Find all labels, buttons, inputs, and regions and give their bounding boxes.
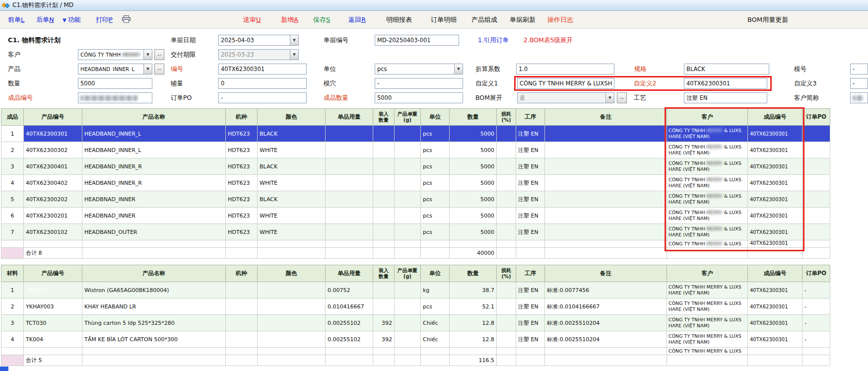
- deadline-value: 2025-03-23: [221, 51, 288, 58]
- fg-code-field[interactable]: [78, 92, 152, 103]
- qty-field[interactable]: 5000: [78, 78, 152, 89]
- doc-refresh-button[interactable]: 单据刷新: [510, 15, 535, 24]
- chevron-down-icon[interactable]: ▼: [454, 64, 463, 74]
- link-bom-expand-5[interactable]: 2.BOM表5级展开: [524, 35, 573, 46]
- spec-value: BLACK: [686, 66, 767, 73]
- label-doc-date: 单据日期: [171, 35, 196, 46]
- products-row-2[interactable]: 240TX62300302HEADBAND_INNER_LHDT623WHITE…: [1, 142, 830, 158]
- back-button[interactable]: 返回R: [348, 15, 366, 24]
- label-factor: 折算系数: [475, 64, 500, 74]
- deadline-field[interactable]: 2025-03-23 ▼: [218, 49, 299, 60]
- doc-date-value: 2025-04-03: [221, 37, 288, 44]
- doc-no-field[interactable]: MD-20250403-001: [375, 35, 459, 46]
- function-button[interactable]: ▼功能: [63, 15, 81, 24]
- link-ref-order[interactable]: 1.引用订单: [478, 35, 509, 46]
- doc-date-field[interactable]: 2025-04-03 ▼: [218, 35, 299, 46]
- app-icon: [2, 1, 10, 9]
- products-row-5[interactable]: 540TX62300202HEADBNAD_INNERHDT623BLACKpc…: [1, 191, 830, 208]
- products-row-4[interactable]: 440TX62300402HEADBAND_INNER_RHDT623WHITE…: [1, 175, 830, 191]
- column-header: 成品编号: [748, 265, 802, 282]
- label-custom1: 自定义1: [475, 78, 498, 89]
- aux-qty-value: 0: [221, 80, 304, 87]
- unit-select[interactable]: pcs ▼: [375, 64, 463, 74]
- column-header: 产品名称: [82, 109, 226, 126]
- products-row-6[interactable]: 640TX62300201HEADBNAD_INNERHDT623WHITEpc…: [1, 208, 830, 224]
- column-header: 数量: [450, 265, 497, 282]
- chevron-down-icon[interactable]: ▼: [605, 93, 614, 103]
- custom3-field[interactable]: -: [850, 78, 868, 89]
- calendar-dropdown-icon[interactable]: ▼: [290, 50, 298, 60]
- code-field[interactable]: 40TX62300301: [218, 64, 307, 74]
- custom2-field[interactable]: 40TX62300301: [684, 78, 767, 89]
- code-value: 40TX62300301: [221, 66, 304, 73]
- materials-table: 材料产品编号产品名称机种颜色单品用量装入 数量产品单重 (g)单位数量损耗 (%…: [1, 265, 830, 366]
- column-header: 产品单重 (g): [395, 265, 421, 282]
- products-clipped-row[interactable]: CÔNG TY TNHH MERRY & LUXS40TX62300301: [1, 240, 830, 248]
- redacted-text: MERRY: [706, 226, 723, 231]
- calendar-dropdown-icon[interactable]: ▼: [290, 35, 298, 45]
- custom1-field[interactable]: CÔNG TY TNHH MERRY & LUXSHA: [517, 78, 614, 89]
- add-button[interactable]: 新增A: [281, 15, 298, 24]
- customer-select[interactable]: CÔNG TY TNHH MERRY & LUXS ▼: [78, 49, 152, 60]
- redacted-text: MERRY: [706, 128, 723, 133]
- toolbar: 前单L后单N▼功能打印P送审U新增A保存S返回R明细报表订单明细产品组成单据刷新…: [0, 11, 868, 29]
- materials-clipped-row[interactable]: CÔNG TY TNHH MERRY & LUXS: [1, 348, 830, 355]
- printer-icon-button[interactable]: [122, 15, 131, 24]
- order-po-field[interactable]: -: [218, 92, 307, 103]
- products-row-7[interactable]: 740TX62300102HEADBAND_OUTERHDT623WHITEpc…: [1, 224, 830, 240]
- column-header: 单位: [421, 109, 450, 126]
- column-header: 订单PO: [802, 265, 830, 282]
- craft-field[interactable]: 注塑 EN: [684, 92, 767, 103]
- spec-field[interactable]: BLACK: [684, 64, 769, 74]
- customer-lookup-button[interactable]: ..: [154, 49, 164, 60]
- materials-row-4[interactable]: 4TK004TẤM KE BÌA LÓT CARTON 500*3000.002…: [1, 331, 830, 348]
- factor-field[interactable]: 1.0: [516, 64, 614, 74]
- redacted-value: [80, 95, 137, 101]
- product-select[interactable]: HEADBAND_INNER_L ▼: [78, 64, 152, 74]
- prev-doc-button[interactable]: 前单L: [8, 15, 24, 24]
- doc-no-value: MD-20250403-001: [377, 37, 457, 44]
- column-header: 颜色: [258, 265, 326, 282]
- label-deadline: 交付期限: [171, 49, 196, 60]
- print-button[interactable]: 打印P: [96, 15, 113, 24]
- chevron-down-icon[interactable]: ▼: [143, 50, 152, 60]
- column-header: 单位: [421, 265, 450, 282]
- submit-review-button[interactable]: 送审U: [243, 15, 261, 24]
- section-title: C1. 物料需求计划: [8, 35, 61, 46]
- aux-qty-field[interactable]: 0: [218, 78, 307, 89]
- redacted-text: MERRY: [706, 144, 723, 149]
- label-customer: 客户: [8, 49, 20, 60]
- column-header: 损耗 (%): [497, 109, 516, 126]
- materials-row-1[interactable]: 1HN0154Wistron (GA65AG00BK180004)0.00752…: [1, 282, 830, 298]
- products-row-1[interactable]: 140TX62300301HEADBAND_INNER_LHDT623BLACK…: [1, 126, 830, 142]
- save-button[interactable]: 保存S: [313, 15, 330, 24]
- redacted-text: MERRY: [706, 193, 723, 199]
- cavity-value: -: [377, 80, 461, 87]
- column-header: 订单PO: [802, 109, 830, 126]
- redacted-text: MERRY: [706, 241, 723, 246]
- cavity-field[interactable]: -: [375, 78, 463, 89]
- bom-usage-update-button[interactable]: BOM用量更新: [747, 15, 788, 24]
- bom-expand-value: 是: [520, 94, 604, 102]
- materials-row-3[interactable]: 3TCT030Thùng carton 5 lớp 525*325*2800.0…: [1, 315, 830, 331]
- product-lookup-button[interactable]: ..: [154, 64, 164, 74]
- label-bom-expand: BOM展开: [475, 92, 502, 103]
- customer-value: CÔNG TY TNHH MERRY & LUXS: [80, 52, 142, 58]
- label-spec: 规格: [634, 64, 647, 74]
- customer-short-field[interactable]: [850, 92, 868, 103]
- materials-row-2[interactable]: 2YKHAY003KHAY HEABAND LR0.010416667pcs52…: [1, 298, 830, 315]
- order-detail-button[interactable]: 订单明细: [431, 15, 457, 24]
- next-doc-button[interactable]: 后单N: [36, 15, 54, 24]
- fg-qty-field[interactable]: 5000: [375, 92, 463, 103]
- operation-log-button[interactable]: 操作日志: [547, 15, 573, 24]
- mold-no-field[interactable]: -: [850, 64, 868, 74]
- products-row-3[interactable]: 340TX62300401HEADBAND_INNER_RHDT623BLACK…: [1, 158, 830, 175]
- column-header: 客户: [667, 265, 748, 282]
- chevron-down-icon[interactable]: ▼: [143, 64, 152, 74]
- redacted-text: MERRY: [123, 52, 140, 58]
- bom-expand-select[interactable]: 是 ▼: [517, 92, 614, 103]
- product-composition-button[interactable]: 产品组成: [471, 15, 497, 24]
- bom-expand-lookup-button[interactable]: ..: [617, 92, 627, 103]
- column-header: 单品用量: [326, 265, 373, 282]
- detail-report-button[interactable]: 明细报表: [386, 15, 412, 24]
